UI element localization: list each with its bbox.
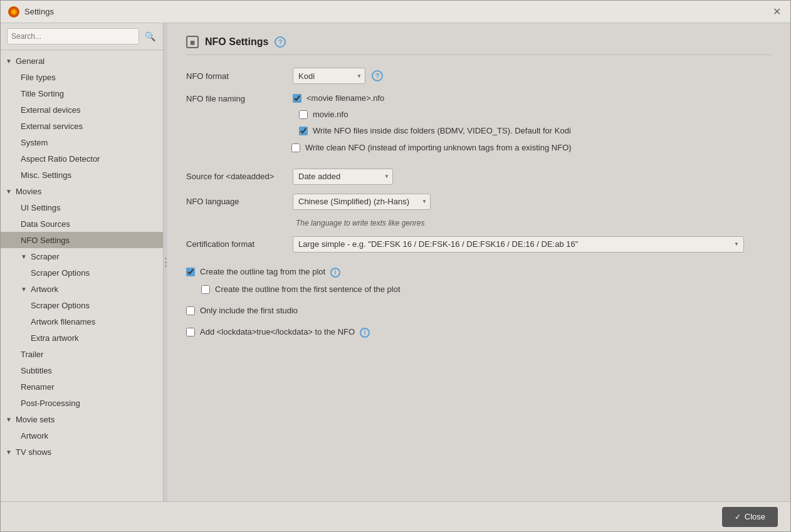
sidebar-tree: ▼ General File types Title Sorting Exter… [1, 50, 163, 501]
window-title: Settings [24, 7, 770, 16]
title-bar: Settings ✕ [1, 1, 790, 23]
checkbox-row-create-outline-first: Create the outline from the first senten… [201, 284, 772, 295]
sidebar-item-misc-settings[interactable]: Misc. Settings [1, 167, 163, 183]
checkbox-row-write-clean-nfo: Write clean NFO (instead of importing un… [291, 142, 572, 154]
sidebar-item-post-processing[interactable]: Post-Processing [1, 395, 163, 411]
main-content: ◼ NFO Settings ? NFO format Kodi MediaPo… [167, 23, 790, 501]
source-dateadded-row: Source for <dateadded> Date added File c… [186, 169, 772, 185]
source-dateadded-select[interactable]: Date added File creation date File modif… [293, 169, 393, 185]
nfo-language-select-wrapper: Chinese (Simplified) (zh-Hans) English (… [293, 194, 431, 210]
settings-window: Settings ✕ 🔍 ▼ General File types [0, 0, 791, 532]
sidebar-item-system[interactable]: System [1, 134, 163, 150]
sidebar-item-scraper-options-2[interactable]: Scraper Options [1, 297, 163, 313]
checkbox-movie-filename-label: <movie filename>.nfo [306, 93, 384, 104]
checkbox-movie-nfo[interactable] [299, 110, 308, 119]
sidebar-item-movies[interactable]: ▼ Movies [1, 183, 163, 199]
section-help-icon[interactable]: ? [275, 36, 286, 48]
certification-format-label: Certification format [186, 239, 286, 249]
sidebar-item-subtitles[interactable]: Subtitles [1, 362, 163, 378]
section-collapse-icon[interactable]: ◼ [186, 36, 199, 48]
certification-format-row: Certification format Large simple - e.g.… [186, 236, 772, 253]
checkbox-only-first-studio-label: Only include the first studio [200, 305, 298, 316]
checkbox-add-lockdata[interactable] [186, 328, 195, 336]
sidebar-item-tv-shows[interactable]: ▼ TV shows [1, 444, 163, 460]
sidebar-item-title-sorting[interactable]: Title Sorting [1, 85, 163, 102]
sidebar-item-artwork[interactable]: ▼ Artwork [1, 281, 163, 297]
arrow-down-icon-tvshows: ▼ [6, 449, 16, 456]
arrow-down-icon: ▼ [6, 58, 16, 65]
close-button[interactable]: ✓ Close [722, 507, 778, 527]
source-dateadded-label: Source for <dateadded> [186, 172, 286, 181]
sidebar-item-ui-settings[interactable]: UI Settings [1, 199, 163, 216]
sidebar-item-file-types[interactable]: File types [1, 69, 163, 85]
app-icon [8, 6, 19, 18]
sidebar-item-extra-artwork[interactable]: Extra artwork [1, 330, 163, 346]
nfo-language-label: NFO language [186, 197, 286, 206]
checkbox-create-outline-label: Create the outline tag from the plot i [200, 266, 340, 278]
checkbox-row-only-first-studio: Only include the first studio [186, 305, 772, 316]
checkbox-only-first-studio[interactable] [186, 306, 195, 315]
checkbox-create-outline[interactable] [186, 268, 195, 276]
section-header: ◼ NFO Settings ? [186, 36, 772, 55]
sidebar-item-renamer[interactable]: Renamer [1, 378, 163, 395]
checkbox-movie-filename[interactable] [293, 94, 301, 103]
search-input[interactable] [7, 28, 139, 44]
sidebar-item-scraper[interactable]: ▼ Scraper [1, 248, 163, 264]
nfo-format-select-wrapper: Kodi MediaPortal MediaBrowser [293, 68, 365, 84]
checkbox-write-clean-nfo-label: Write clean NFO (instead of importing un… [305, 142, 572, 154]
checkbox-row-write-nfo-inside: Write NFO files inside disc folders (BDM… [299, 125, 571, 137]
checkbox-write-nfo-inside-label: Write NFO files inside disc folders (BDM… [313, 125, 571, 137]
arrow-down-icon-movies: ▼ [6, 188, 16, 195]
checkbox-movie-nfo-label: movie.nfo [313, 109, 348, 120]
checkbox-row-movie-nfo: movie.nfo [299, 109, 348, 120]
arrow-down-icon-moviesets: ▼ [6, 416, 16, 423]
bottom-bar: ✓ Close [1, 501, 790, 531]
sidebar-item-scraper-options-1[interactable]: Scraper Options [1, 264, 163, 281]
sidebar: 🔍 ▼ General File types Title Sorting Ext… [1, 23, 164, 501]
checkbox-row-movie-filename: <movie filename>.nfo [293, 93, 384, 104]
nfo-format-row: NFO format Kodi MediaPortal MediaBrowser… [186, 68, 772, 84]
nfo-language-row: NFO language Chinese (Simplified) (zh-Ha… [186, 194, 772, 210]
nfo-file-naming-label: NFO file naming [186, 94, 286, 103]
lockdata-info-icon[interactable]: i [360, 328, 370, 338]
sidebar-item-general[interactable]: ▼ General [1, 53, 163, 69]
sidebar-item-nfo-settings[interactable]: NFO Settings [1, 232, 163, 248]
window-close-button[interactable]: ✕ [770, 6, 783, 18]
nfo-format-help-icon[interactable]: ? [372, 70, 383, 81]
checkbox-create-outline-first[interactable] [201, 285, 210, 294]
sidebar-item-external-services[interactable]: External services [1, 118, 163, 134]
checkbox-row-create-outline: Create the outline tag from the plot i [186, 266, 772, 278]
window-body: 🔍 ▼ General File types Title Sorting Ext… [1, 23, 790, 501]
certification-format-select-wrapper: Large simple - e.g. "DE:FSK 16 / DE:FSK-… [293, 236, 744, 253]
close-check-icon: ✓ [735, 513, 741, 521]
checkbox-add-lockdata-label: Add <lockdata>true</lockdata> to the NFO… [200, 326, 370, 338]
create-outline-info-icon[interactable]: i [330, 268, 340, 278]
nfo-language-select[interactable]: Chinese (Simplified) (zh-Hans) English (… [293, 194, 431, 210]
sidebar-item-external-devices[interactable]: External devices [1, 102, 163, 118]
svg-point-2 [13, 11, 15, 13]
checkbox-create-outline-first-label: Create the outline from the first senten… [215, 284, 401, 295]
nfo-format-select[interactable]: Kodi MediaPortal MediaBrowser [293, 68, 365, 84]
source-dateadded-select-wrapper: Date added File creation date File modif… [293, 169, 393, 185]
sidebar-item-artwork-filenames[interactable]: Artwork filenames [1, 313, 163, 330]
checkbox-write-clean-nfo[interactable] [291, 143, 300, 152]
resizer-dots [165, 258, 167, 267]
sidebar-item-data-sources[interactable]: Data Sources [1, 216, 163, 232]
search-icon[interactable]: 🔍 [143, 29, 157, 43]
arrow-down-icon-artwork: ▼ [21, 286, 31, 293]
nfo-file-naming-row: NFO file naming <movie filename>.nfo mov… [186, 93, 772, 154]
search-bar: 🔍 [1, 23, 163, 50]
sidebar-item-artwork-movie-sets[interactable]: Artwork [1, 427, 163, 444]
nfo-format-label: NFO format [186, 71, 286, 81]
sidebar-item-trailer[interactable]: Trailer [1, 346, 163, 362]
nfo-language-hint: The language to write texts like genres [296, 219, 772, 227]
arrow-down-icon-scraper: ▼ [21, 253, 31, 260]
section-title: NFO Settings [205, 36, 268, 48]
sidebar-item-movie-sets[interactable]: ▼ Movie sets [1, 411, 163, 427]
sidebar-item-aspect-ratio[interactable]: Aspect Ratio Detector [1, 150, 163, 167]
certification-format-select[interactable]: Large simple - e.g. "DE:FSK 16 / DE:FSK-… [293, 236, 744, 253]
checkbox-write-nfo-inside[interactable] [299, 127, 308, 135]
checkbox-row-add-lockdata: Add <lockdata>true</lockdata> to the NFO… [186, 326, 772, 338]
